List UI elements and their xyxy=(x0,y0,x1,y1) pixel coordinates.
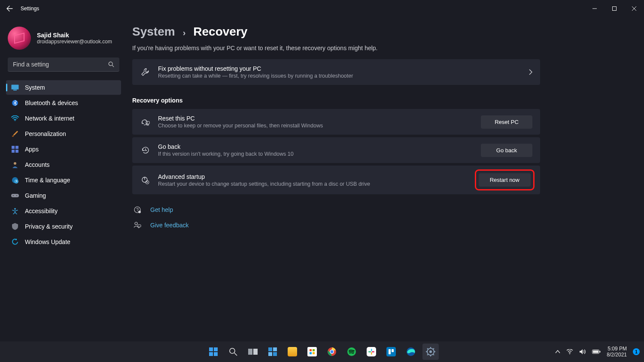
svg-rect-37 xyxy=(248,349,252,355)
battery-icon[interactable] xyxy=(592,349,601,354)
spotify-icon xyxy=(347,347,356,356)
chrome-button[interactable] xyxy=(324,344,340,360)
window-title: Settings xyxy=(21,6,39,12)
sidebar-item-system[interactable]: System xyxy=(6,80,121,95)
system-tray: 5:09 PM 8/2/2021 1 xyxy=(555,346,640,358)
titlebar-left: Settings xyxy=(5,4,39,13)
bluetooth-icon xyxy=(11,99,19,107)
sidebar-item-label: Personalization xyxy=(25,130,66,137)
slack-icon xyxy=(367,347,376,356)
microsoft-store-button[interactable] xyxy=(304,344,320,360)
card-desc: Choose to keep or remove your personal f… xyxy=(158,123,473,129)
sidebar-item-label: Time & language xyxy=(25,177,70,184)
svg-point-49 xyxy=(331,350,334,353)
svg-rect-21 xyxy=(147,124,149,125)
svg-line-36 xyxy=(234,353,237,356)
svg-rect-45 xyxy=(310,352,312,354)
svg-rect-5 xyxy=(13,90,17,90)
apps-icon xyxy=(11,145,19,153)
sidebar-item-windows-update[interactable]: Windows Update xyxy=(6,235,121,249)
card-desc: Resetting can take a while — first, try … xyxy=(158,73,521,79)
svg-rect-1 xyxy=(613,7,617,11)
task-view-button[interactable] xyxy=(245,344,261,360)
sidebar-item-network[interactable]: Network & internet xyxy=(6,111,121,126)
taskbar-search[interactable] xyxy=(225,344,241,360)
globe-clock-icon xyxy=(11,176,19,184)
svg-rect-12 xyxy=(15,150,18,153)
sidebar-item-bluetooth[interactable]: Bluetooth & devices xyxy=(6,96,121,110)
card-text: Go back If this version isn't working, t… xyxy=(158,143,473,157)
reset-pc-button[interactable]: Reset PC xyxy=(481,115,532,129)
sidebar-item-label: System xyxy=(25,84,45,91)
spotify-button[interactable] xyxy=(343,344,360,360)
monitor-icon xyxy=(11,84,19,91)
card-text: Reset this PC Choose to keep or remove y… xyxy=(158,115,473,129)
tray-overflow-icon[interactable] xyxy=(555,350,560,353)
recovery-options-title: Recovery options xyxy=(132,97,634,104)
svg-rect-38 xyxy=(253,349,258,355)
sidebar-item-time-language[interactable]: Time & language xyxy=(6,173,121,187)
volume-icon[interactable] xyxy=(579,349,586,355)
card-title: Reset this PC xyxy=(158,115,473,122)
minimize-button[interactable] xyxy=(585,2,605,15)
svg-point-18 xyxy=(16,195,17,196)
close-icon xyxy=(632,6,636,11)
edge-button[interactable] xyxy=(403,344,419,360)
svg-rect-31 xyxy=(209,347,213,351)
card-title: Advanced startup xyxy=(158,173,469,180)
trello-button[interactable] xyxy=(383,344,399,360)
search-icon xyxy=(229,347,237,356)
folder-icon xyxy=(288,347,297,356)
search-input[interactable]: Find a setting xyxy=(8,57,119,72)
svg-line-3 xyxy=(112,65,114,67)
slack-button[interactable] xyxy=(363,344,380,360)
sidebar-item-gaming[interactable]: Gaming xyxy=(6,188,121,203)
sidebar-item-label: Privacy & security xyxy=(25,223,73,230)
give-feedback-link[interactable]: Give feedback xyxy=(150,222,189,229)
clock[interactable]: 5:09 PM 8/2/2021 xyxy=(607,346,627,358)
get-help-link[interactable]: Get help xyxy=(150,206,173,213)
svg-rect-32 xyxy=(214,347,218,351)
go-back-button[interactable]: Go back xyxy=(481,144,532,157)
go-back-card: Go back If this version isn't working, t… xyxy=(132,137,540,163)
card-title: Go back xyxy=(158,143,473,150)
restart-now-button[interactable]: Restart now xyxy=(479,173,531,187)
fix-problems-card[interactable]: Fix problems without resetting your PC R… xyxy=(132,59,540,85)
svg-line-64 xyxy=(427,348,428,350)
user-block[interactable]: Sajid Shaik droidappsreviewer@outlook.co… xyxy=(6,24,121,57)
card-text: Advanced startup Restart your device to … xyxy=(158,173,469,187)
settings-app-button[interactable] xyxy=(422,344,439,360)
windows-icon xyxy=(209,347,218,356)
back-button[interactable] xyxy=(5,4,14,13)
minimize-icon xyxy=(592,6,597,11)
wifi-icon xyxy=(11,115,19,122)
wifi-icon[interactable] xyxy=(566,349,573,354)
edge-icon xyxy=(406,347,416,356)
sidebar-item-apps[interactable]: Apps xyxy=(6,142,121,157)
window-controls xyxy=(585,2,644,15)
sidebar-item-label: Accounts xyxy=(25,161,50,168)
maximize-icon xyxy=(612,6,617,11)
breadcrumb-parent[interactable]: System xyxy=(132,25,175,39)
start-button[interactable] xyxy=(205,344,222,360)
svg-rect-71 xyxy=(593,350,598,353)
sidebar-item-label: Apps xyxy=(25,146,39,153)
paintbrush-icon xyxy=(11,130,19,138)
widgets-button[interactable] xyxy=(264,344,281,360)
sidebar-item-privacy[interactable]: Privacy & security xyxy=(6,219,121,234)
sidebar-item-accounts[interactable]: Accounts xyxy=(6,157,121,172)
svg-rect-56 xyxy=(392,349,394,352)
file-explorer-button[interactable] xyxy=(284,344,301,360)
user-info: Sajid Shaik droidappsreviewer@outlook.co… xyxy=(37,32,112,45)
sidebar-item-personalization[interactable]: Personalization xyxy=(6,127,121,141)
notification-badge[interactable]: 1 xyxy=(633,348,640,355)
svg-rect-34 xyxy=(214,352,218,356)
maximize-button[interactable] xyxy=(605,2,624,15)
card-desc: If this version isn't working, try going… xyxy=(158,151,473,157)
sidebar-item-accessibility[interactable]: Accessibility xyxy=(6,204,121,218)
user-name: Sajid Shaik xyxy=(37,32,112,39)
close-button[interactable] xyxy=(624,2,644,15)
svg-rect-8 xyxy=(12,136,14,137)
svg-rect-40 xyxy=(273,347,277,351)
arrow-left-icon xyxy=(6,5,13,12)
